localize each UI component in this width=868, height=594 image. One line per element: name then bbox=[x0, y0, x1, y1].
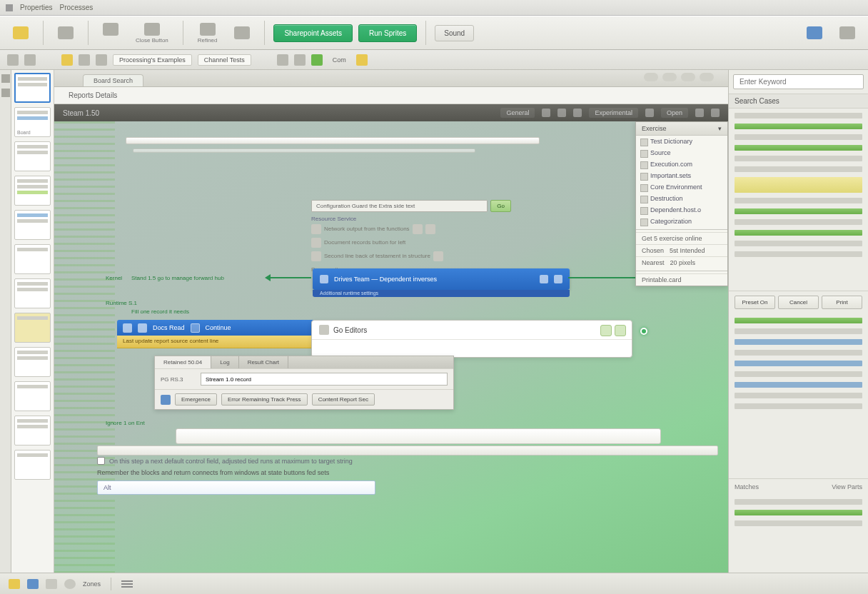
nav-icon[interactable] bbox=[79, 54, 90, 66]
result-line[interactable] bbox=[735, 350, 862, 356]
result-line[interactable] bbox=[735, 241, 862, 246]
view-experimental[interactable]: Experimental bbox=[589, 108, 638, 118]
thumbnail[interactable] bbox=[14, 381, 51, 411]
checkbox[interactable] bbox=[97, 457, 105, 465]
sound-button[interactable]: Sound bbox=[435, 25, 474, 41]
palette-item[interactable]: Execution.com bbox=[636, 158, 727, 170]
tool-sync[interactable] bbox=[834, 24, 861, 41]
palette-item[interactable]: Test Dictionary bbox=[636, 136, 727, 147]
tool-help[interactable] bbox=[801, 24, 828, 41]
status-icon[interactable] bbox=[9, 579, 20, 589]
palette-item[interactable]: Categorization bbox=[636, 216, 727, 227]
go-button[interactable]: Go bbox=[490, 200, 511, 212]
result-line[interactable] bbox=[735, 219, 862, 225]
status-icon[interactable] bbox=[46, 579, 57, 589]
thumbnail[interactable] bbox=[14, 278, 51, 308]
thumbnail[interactable] bbox=[14, 347, 51, 377]
palette-item[interactable]: Destruction bbox=[636, 193, 727, 204]
view-open[interactable]: Open bbox=[661, 108, 688, 118]
result-line[interactable] bbox=[735, 382, 862, 388]
view-icon[interactable] bbox=[695, 109, 704, 117]
tool-settings[interactable] bbox=[228, 24, 256, 41]
pill-icon[interactable] bbox=[681, 73, 695, 81]
close-icon[interactable] bbox=[711, 109, 720, 117]
pointer-tool[interactable] bbox=[1, 74, 10, 83]
palette-item[interactable]: Dependent.host.o bbox=[636, 204, 727, 216]
view-icon[interactable] bbox=[645, 109, 654, 117]
breadcrumb-field[interactable]: Processing's Examples bbox=[113, 54, 192, 66]
tool-layout[interactable]: Close Button bbox=[130, 21, 174, 46]
palette-header[interactable]: Exercise▾ bbox=[636, 122, 727, 136]
folder-icon[interactable] bbox=[61, 54, 73, 66]
docs-continue[interactable]: Continue bbox=[206, 324, 231, 331]
page-icon[interactable] bbox=[24, 54, 36, 66]
result-line[interactable] bbox=[735, 361, 862, 366]
palette-item[interactable]: Source bbox=[636, 147, 727, 158]
pill-icon[interactable] bbox=[644, 73, 658, 81]
doc-icon[interactable] bbox=[96, 54, 107, 66]
print-button[interactable]: Print bbox=[822, 296, 862, 309]
result-line[interactable] bbox=[735, 339, 862, 345]
result-line[interactable] bbox=[735, 393, 862, 398]
thumbnail[interactable] bbox=[14, 416, 51, 446]
palette-item[interactable]: Core Environment bbox=[636, 181, 727, 193]
view-icon[interactable] bbox=[573, 109, 582, 117]
action-icon[interactable] bbox=[413, 224, 423, 234]
result-line[interactable] bbox=[735, 251, 862, 257]
result-line[interactable] bbox=[735, 198, 862, 203]
menu-icon[interactable] bbox=[121, 580, 133, 588]
copy-icon[interactable] bbox=[294, 54, 306, 66]
result-line[interactable] bbox=[735, 371, 862, 377]
result-line[interactable] bbox=[735, 124, 862, 129]
primary-task-bar[interactable]: Drives Team — Dependent inverses Additio… bbox=[313, 268, 570, 290]
thumbnail[interactable] bbox=[14, 450, 51, 480]
stream-input[interactable] bbox=[201, 373, 448, 386]
view-icon[interactable] bbox=[557, 109, 566, 117]
arrow-icon[interactable] bbox=[7, 54, 19, 66]
pill-icon[interactable] bbox=[662, 73, 677, 81]
result-line[interactable] bbox=[735, 208, 862, 214]
config-input[interactable]: Configuration Guard the Extra side text bbox=[311, 200, 488, 212]
cut-icon[interactable] bbox=[277, 54, 288, 66]
thumbnail[interactable]: Board bbox=[14, 107, 51, 137]
note-icon[interactable] bbox=[356, 54, 368, 66]
search-input[interactable] bbox=[733, 74, 864, 89]
view-icon[interactable] bbox=[542, 109, 550, 117]
hand-tool[interactable] bbox=[1, 89, 10, 97]
pill-icon[interactable] bbox=[700, 73, 714, 81]
result-line[interactable] bbox=[735, 177, 862, 193]
tab[interactable]: Board Search bbox=[83, 74, 143, 86]
alt-input[interactable] bbox=[97, 480, 375, 495]
result-line[interactable] bbox=[735, 145, 862, 151]
result-line[interactable] bbox=[735, 156, 862, 161]
chevron-down-icon[interactable]: ▾ bbox=[718, 125, 722, 132]
thumbnail[interactable] bbox=[14, 73, 51, 103]
result-line[interactable] bbox=[735, 499, 862, 505]
status-icon[interactable] bbox=[27, 579, 39, 589]
more-icon[interactable] bbox=[554, 275, 562, 283]
info-icon[interactable] bbox=[540, 275, 548, 283]
cancel-button[interactable]: Cancel bbox=[778, 296, 819, 309]
tool-grid[interactable] bbox=[97, 21, 124, 46]
docs-panel-header[interactable]: Docs Read Continue bbox=[117, 320, 338, 336]
view-general[interactable]: General bbox=[500, 108, 535, 118]
clock-icon[interactable] bbox=[64, 579, 76, 589]
action-icon[interactable] bbox=[615, 325, 626, 336]
action-icon[interactable] bbox=[600, 325, 612, 336]
diagram-canvas[interactable]: Configuration Guard the Extra side text … bbox=[54, 121, 728, 573]
error-button[interactable]: Error Remaining Track Press bbox=[221, 393, 308, 406]
palette-item[interactable]: Important.sets bbox=[636, 170, 727, 181]
result-line[interactable] bbox=[735, 510, 862, 515]
tab-log[interactable]: Log bbox=[211, 356, 238, 368]
result-line[interactable] bbox=[735, 134, 862, 140]
thumbnail[interactable] bbox=[14, 313, 51, 343]
thumbnail[interactable] bbox=[14, 141, 51, 171]
thumbnail[interactable] bbox=[14, 176, 51, 206]
action-icon[interactable] bbox=[425, 224, 435, 234]
preset-button[interactable]: Preset On bbox=[735, 296, 775, 309]
tool-new[interactable] bbox=[7, 24, 34, 41]
paste-icon[interactable] bbox=[311, 54, 323, 66]
channel-dropdown[interactable]: Channel Tests bbox=[198, 54, 251, 66]
result-line[interactable] bbox=[735, 318, 862, 323]
tool-refresh[interactable]: Refined bbox=[192, 21, 223, 46]
